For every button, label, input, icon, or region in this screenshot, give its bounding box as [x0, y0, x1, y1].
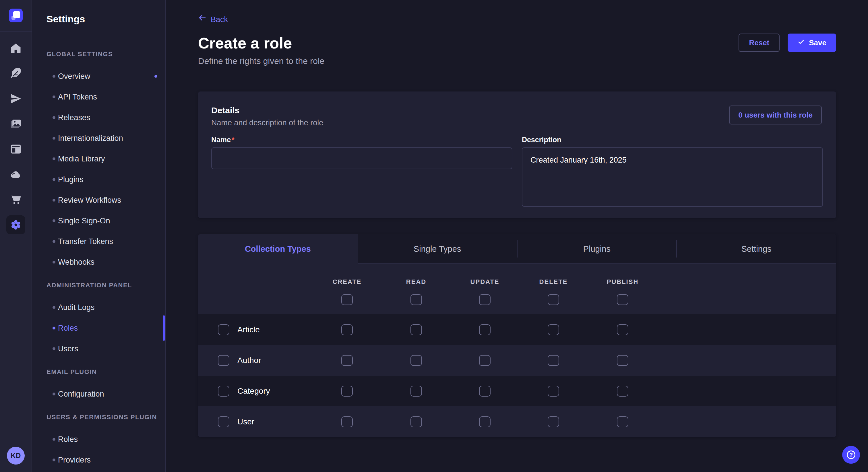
subnav-item-webhooks[interactable]: Webhooks — [32, 252, 165, 272]
content-type-label: Article — [237, 325, 260, 334]
subnav-item-label: Audit Logs — [58, 303, 95, 312]
user-delete-checkbox[interactable] — [548, 416, 559, 427]
help-button[interactable]: ? — [842, 446, 860, 464]
page-subtitle: Define the rights given to the role — [198, 56, 324, 66]
strapi-logo[interactable] — [9, 9, 23, 22]
subnav-item-roles[interactable]: Roles — [32, 429, 165, 450]
row-select-article-checkbox[interactable] — [218, 324, 229, 335]
bullet-icon — [53, 158, 55, 160]
subnav-item-media-library[interactable]: Media Library — [32, 148, 165, 169]
author-read-checkbox[interactable] — [410, 355, 422, 366]
app-root: KD Settings GLOBAL SETTINGSOverviewAPI T… — [0, 0, 868, 472]
send-plane-nav-button[interactable] — [0, 86, 32, 111]
author-publish-checkbox[interactable] — [617, 355, 628, 366]
category-publish-checkbox[interactable] — [617, 386, 628, 397]
name-input[interactable] — [211, 147, 513, 169]
tab-settings[interactable]: Settings — [677, 234, 836, 264]
layout-builder-nav-button[interactable] — [0, 136, 32, 162]
subnav-item-label: Providers — [58, 456, 91, 465]
content-type-label: User — [237, 417, 254, 427]
article-update-checkbox[interactable] — [479, 324, 491, 335]
details-card: Details Name and description of the role… — [198, 92, 836, 218]
user-publish-checkbox[interactable] — [617, 416, 628, 427]
bullet-icon — [53, 327, 55, 330]
user-create-checkbox[interactable] — [341, 416, 353, 427]
cloud-icon — [9, 168, 22, 181]
subnav-item-releases[interactable]: Releases — [32, 107, 165, 128]
permission-row-category: Category — [198, 376, 836, 406]
subnav-item-overview[interactable]: Overview — [32, 66, 165, 87]
select-all-create-checkbox[interactable] — [341, 294, 353, 305]
subnav-item-review-workflows[interactable]: Review Workflows — [32, 190, 165, 210]
subnav-item-label: Webhooks — [58, 258, 94, 267]
reset-button[interactable]: Reset — [739, 34, 780, 52]
subnav-item-audit-logs[interactable]: Audit Logs — [32, 297, 165, 318]
marketplace-cart-nav-button[interactable] — [0, 187, 32, 212]
bullet-icon — [53, 438, 55, 441]
article-delete-checkbox[interactable] — [548, 324, 559, 335]
cloud-nav-button[interactable] — [0, 162, 32, 187]
save-button[interactable]: Save — [787, 34, 836, 52]
select-all-update-checkbox[interactable] — [479, 294, 491, 305]
column-header-read: READ — [406, 278, 426, 285]
user-avatar[interactable]: KD — [7, 447, 25, 465]
page-header: Create a role Define the rights given to… — [198, 34, 836, 66]
subnav-item-plugins[interactable]: Plugins — [32, 169, 165, 190]
media-library-icon — [9, 117, 22, 130]
row-select-author-checkbox[interactable] — [218, 355, 229, 366]
bullet-icon — [53, 199, 55, 202]
subnav-item-api-tokens[interactable]: API Tokens — [32, 87, 165, 107]
nav-section-users-permissions-plugin: USERS & PERMISSIONS PLUGINRolesProviders — [32, 413, 165, 470]
subnav-item-roles[interactable]: Roles — [32, 318, 165, 338]
select-all-publish-checkbox[interactable] — [617, 294, 628, 305]
subnav-item-configuration[interactable]: Configuration — [32, 384, 165, 404]
check-icon — [797, 38, 805, 47]
back-link[interactable]: Back — [198, 13, 228, 25]
bullet-icon — [53, 220, 55, 222]
subnav-item-providers[interactable]: Providers — [32, 450, 165, 470]
description-textarea[interactable]: Created January 16th, 2025 — [522, 147, 823, 207]
article-publish-checkbox[interactable] — [617, 324, 628, 335]
tab-plugins[interactable]: Plugins — [517, 234, 677, 264]
media-library-nav-button[interactable] — [0, 111, 32, 136]
subnav-item-internationalization[interactable]: Internationalization — [32, 128, 165, 148]
select-all-delete-checkbox[interactable] — [548, 294, 559, 305]
article-read-checkbox[interactable] — [410, 324, 422, 335]
feather-icon — [9, 67, 22, 80]
category-create-checkbox[interactable] — [341, 386, 353, 397]
tab-collection-types[interactable]: Collection Types — [198, 234, 358, 264]
home-nav-button[interactable] — [0, 36, 32, 61]
row-select-user-checkbox[interactable] — [218, 416, 229, 427]
column-header-create: CREATE — [333, 278, 362, 285]
required-asterisk: * — [231, 136, 235, 144]
nav-section-header: EMAIL PLUGIN — [46, 368, 165, 376]
settings-gear-nav-button[interactable] — [0, 212, 32, 237]
category-update-checkbox[interactable] — [479, 386, 491, 397]
user-update-checkbox[interactable] — [479, 416, 491, 427]
feather-nav-button[interactable] — [0, 61, 32, 86]
rail-icon-list — [0, 36, 32, 237]
subnav-item-users[interactable]: Users — [32, 338, 165, 359]
category-read-checkbox[interactable] — [410, 386, 422, 397]
bullet-icon — [53, 459, 55, 461]
subnav-scrollbar-thumb[interactable] — [163, 315, 165, 341]
description-label: Description — [522, 135, 823, 144]
tab-single-types[interactable]: Single Types — [358, 234, 517, 264]
select-all-read-checkbox[interactable] — [410, 294, 422, 305]
category-delete-checkbox[interactable] — [548, 386, 559, 397]
nav-section-administration-panel: ADMINISTRATION PANELAudit LogsRolesUsers — [32, 281, 165, 359]
author-delete-checkbox[interactable] — [548, 355, 559, 366]
layout-builder-icon — [9, 143, 22, 156]
author-update-checkbox[interactable] — [479, 355, 491, 366]
subnav-item-transfer-tokens[interactable]: Transfer Tokens — [32, 231, 165, 252]
subnav-item-single-sign-on[interactable]: Single Sign-On — [32, 210, 165, 231]
column-header-delete: DELETE — [539, 278, 568, 285]
row-select-category-checkbox[interactable] — [218, 386, 229, 397]
nav-section-global-settings: GLOBAL SETTINGSOverviewAPI TokensRelease… — [32, 50, 165, 272]
article-create-checkbox[interactable] — [341, 324, 353, 335]
subnav-item-label: Configuration — [58, 390, 104, 399]
users-with-role-button[interactable]: 0 users with this role — [729, 105, 822, 125]
author-create-checkbox[interactable] — [341, 355, 353, 366]
user-read-checkbox[interactable] — [410, 416, 422, 427]
bullet-icon — [53, 240, 55, 243]
